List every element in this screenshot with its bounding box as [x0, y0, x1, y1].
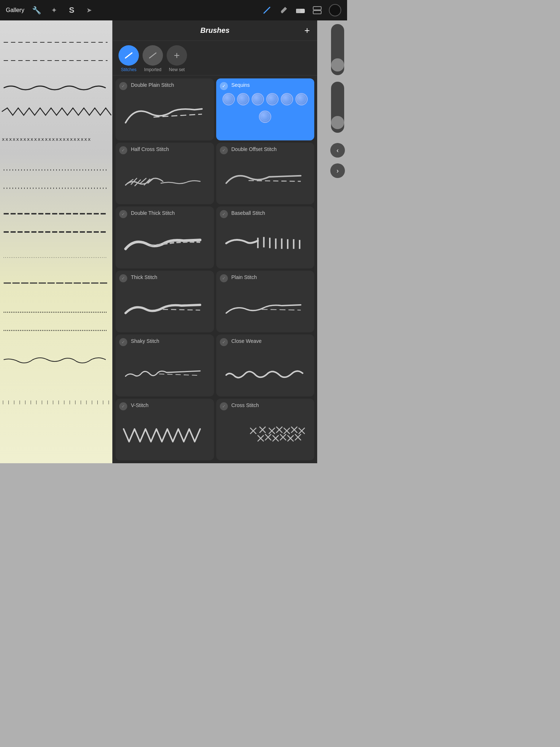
sequin-5 [281, 93, 293, 105]
brush-icon[interactable] [279, 5, 289, 15]
brush-name-cross-stitch: Cross Stitch [232, 402, 259, 408]
brush-preview-thick-stitch [120, 284, 210, 330]
layers-icon[interactable] [312, 5, 322, 15]
brush-cell-double-thick-stitch[interactable]: ✓ Double Thick Stitch [116, 206, 214, 268]
smudge-icon[interactable]: S [67, 5, 77, 15]
new-set-tab-label: New set [169, 67, 184, 72]
tab-new-set[interactable]: + New set [167, 45, 187, 72]
svg-line-17 [125, 53, 132, 58]
transform-icon[interactable]: ➤ [84, 5, 94, 15]
brush-name-double-offset-stitch: Double Offset Stitch [232, 146, 277, 152]
svg-line-18 [149, 53, 156, 58]
brush-check-double-thick-stitch: ✓ [119, 210, 127, 218]
canvas-area: xxxxxxxxxxxxxxxxxxxxxxxxx | | | | | | | … [0, 20, 112, 463]
brush-name-plain-stitch: Plain Stitch [232, 274, 257, 280]
svg-line-31 [159, 374, 200, 375]
cross-stitch-svg [221, 419, 310, 450]
color-swatch[interactable] [329, 4, 341, 16]
brush-check-v-stitch: ✓ [119, 402, 127, 410]
svg-text:| | | | | | | | | | | | | | | : | | | | | | | | | | | | | | | | | | | | … [2, 400, 112, 405]
brush-check-cross-stitch: ✓ [220, 402, 228, 410]
sequin-7 [259, 111, 271, 123]
stitches-tab-label: Stitches [121, 67, 137, 72]
brush-check-plain-stitch: ✓ [220, 274, 228, 282]
close-weave-svg [221, 355, 310, 386]
new-set-tab-icon: + [167, 45, 187, 66]
wrench-icon[interactable]: 🔧 [32, 5, 42, 15]
toolbar-right [262, 4, 341, 16]
plain-stitch-svg [221, 291, 310, 322]
svg-rect-4 [313, 11, 321, 14]
brush-cell-thick-stitch[interactable]: ✓ Thick Stitch [116, 271, 214, 333]
brush-preview-half-cross-stitch [120, 156, 210, 202]
toolbar-left: Gallery 🔧 ✦ S ➤ [6, 5, 262, 15]
brush-name-half-cross-stitch: Half Cross Stitch [131, 146, 169, 152]
brush-cell-plain-stitch[interactable]: ✓ Plain Stitch [216, 271, 315, 333]
brush-name-sequins: Sequins [232, 82, 250, 88]
sequin-3 [252, 93, 264, 105]
pen-icon[interactable] [262, 5, 272, 15]
sequin-4 [266, 93, 279, 105]
tab-imported[interactable]: Imported [143, 45, 163, 72]
brush-check-double-offset-stitch: ✓ [220, 146, 228, 154]
baseball-stitch-svg [221, 227, 310, 258]
brush-check-shaky-stitch: ✓ [119, 338, 127, 346]
brush-preview-shaky-stitch [120, 348, 210, 394]
brush-name-row-sequins: Sequins [221, 82, 310, 90]
opacity-slider-thumb[interactable] [331, 116, 344, 129]
brush-name-baseball-stitch: Baseball Stitch [232, 210, 265, 216]
size-slider-thumb[interactable] [331, 58, 344, 71]
half-cross-stitch-svg [120, 163, 210, 194]
chevron-right-icon: › [337, 167, 339, 175]
sequin-6 [295, 93, 308, 105]
category-tabs: Stitches Imported + New set [113, 41, 317, 76]
opacity-slider[interactable] [331, 82, 344, 133]
imported-tab-label: Imported [144, 67, 161, 72]
brush-preview-baseball-stitch [221, 220, 310, 266]
brush-cell-sequins[interactable]: ✓ Sequins [216, 78, 315, 140]
size-slider[interactable] [331, 24, 344, 75]
svg-text:xxxxxxxxxxxxxxxxxxxxxxxxx: xxxxxxxxxxxxxxxxxxxxxxxxx [2, 136, 92, 142]
brush-check-thick-stitch: ✓ [119, 274, 127, 282]
forward-nav-button[interactable]: › [330, 163, 345, 178]
svg-rect-3 [313, 7, 321, 10]
brush-name-shaky-stitch: Shaky Stitch [131, 338, 159, 344]
brush-cell-close-weave[interactable]: ✓ Close Weave [216, 334, 315, 396]
brush-name-thick-stitch: Thick Stitch [131, 274, 157, 280]
eraser-icon[interactable] [295, 5, 306, 15]
add-brush-set-button[interactable]: + [304, 25, 310, 36]
brush-cell-half-cross-stitch[interactable]: ✓ Half Cross Stitch [116, 143, 214, 205]
brush-name-close-weave: Close Weave [232, 338, 262, 344]
gallery-button[interactable]: Gallery [6, 7, 24, 13]
tab-stitches[interactable]: Stitches [118, 45, 139, 72]
brush-preview-double-thick-stitch [120, 220, 210, 266]
brush-name-row: Double Plain Stitch [120, 82, 210, 90]
brush-name-double-plain-stitch: Double Plain Stitch [131, 82, 174, 88]
imported-tab-icon [143, 45, 163, 66]
brush-preview-cross-stitch [221, 412, 310, 458]
panel-title: Brushes [200, 26, 229, 35]
brush-cell-shaky-stitch[interactable]: ✓ Shaky Stitch [116, 334, 214, 396]
brush-cell-cross-stitch[interactable]: ✓ Cross Stitch [216, 399, 315, 461]
double-thick-stitch-svg [120, 227, 210, 258]
svg-rect-2 [296, 9, 300, 13]
brush-cell-baseball-stitch[interactable]: ✓ Baseball Stitch [216, 206, 315, 268]
svg-line-20 [248, 181, 300, 181]
thick-stitch-svg [120, 291, 210, 322]
brush-preview-v-stitch [120, 412, 207, 458]
toolbar: Gallery 🔧 ✦ S ➤ [0, 0, 347, 20]
v-stitch-svg [120, 418, 207, 451]
svg-line-29 [163, 309, 200, 310]
double-plain-stitch-svg [120, 98, 210, 130]
back-nav-button[interactable]: ‹ [330, 143, 345, 158]
brush-check-double-plain-stitch: ✓ [119, 82, 127, 90]
stitches-tab-icon [118, 45, 139, 66]
right-controls: ‹ › [328, 20, 347, 463]
magic-icon[interactable]: ✦ [49, 5, 59, 15]
brush-check-close-weave: ✓ [220, 338, 228, 346]
canvas-strokes: xxxxxxxxxxxxxxxxxxxxxxxxx | | | | | | | … [0, 20, 112, 463]
brush-cell-double-offset-stitch[interactable]: ✓ Double Offset Stitch [216, 143, 315, 205]
brush-cell-double-plain-stitch[interactable]: ✓ Double Plain Stitch [116, 78, 214, 140]
brush-preview-close-weave [221, 348, 310, 394]
brush-cell-v-stitch[interactable]: ✓ V-Stitch [116, 399, 214, 461]
